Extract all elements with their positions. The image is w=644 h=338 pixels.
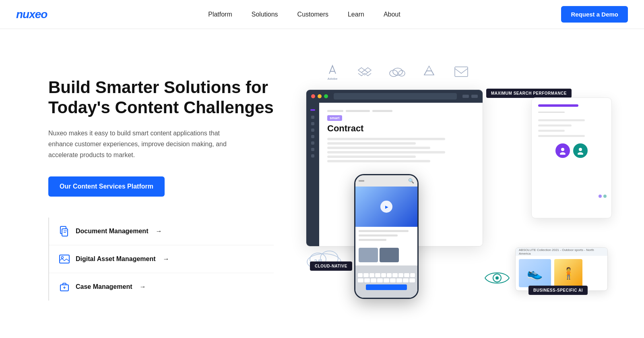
nav-about[interactable]: About <box>384 11 400 18</box>
phone-line-2 <box>359 234 398 236</box>
request-demo-button[interactable]: Request a Demo <box>561 6 628 23</box>
arrow-icon-3: → <box>140 283 146 290</box>
arrow-icon-2: → <box>163 255 169 263</box>
phone-image-area <box>355 187 417 227</box>
digital-asset-management-label: Digital Asset Management <box>76 255 156 263</box>
case-icon <box>59 281 70 292</box>
phone-thumb-1 <box>359 248 378 262</box>
adobe-icon: Adobe <box>322 61 343 82</box>
content-line-4 <box>327 151 445 153</box>
browser-sidebar <box>306 103 319 246</box>
hero-title: Build Smarter Solutions for Today's Cont… <box>48 77 274 118</box>
phone-mockup: 🔍 <box>354 174 419 299</box>
panel-avatars <box>538 143 605 158</box>
content-line-1 <box>327 138 445 140</box>
eye-icon <box>483 269 511 287</box>
nav-links: Platform Solutions Customers Learn About <box>208 11 400 18</box>
svg-point-16 <box>578 152 583 155</box>
minimize-button-dot <box>318 94 322 98</box>
nav-learn[interactable]: Learn <box>348 11 364 18</box>
smart-label: smart <box>327 115 342 121</box>
panel-line-1 <box>538 119 585 121</box>
document-management-label: Document Management <box>76 228 148 235</box>
hero-links: Document Management → Digital Asset Mana… <box>48 218 274 301</box>
right-panel-mockup <box>531 97 612 218</box>
hero-subtitle: Nuxeo makes it easy to build smart conte… <box>48 128 233 161</box>
content-lines <box>327 138 475 162</box>
logo-text: nuxeo <box>16 8 47 21</box>
phone-thumbnail-row <box>359 248 414 262</box>
document-icon <box>59 226 70 237</box>
svg-point-13 <box>561 148 564 151</box>
content-line-6 <box>327 160 430 162</box>
hero-cta-button[interactable]: Our Content Services Platform <box>48 176 165 197</box>
search-performance-badge: MAXIMUM SEARCH PERFORMANCE <box>486 89 572 98</box>
maximize-button-dot <box>324 94 328 98</box>
browser-titlebar <box>306 90 483 103</box>
navbar: nuxeo Platform Solutions Customers Learn… <box>0 0 644 29</box>
logo[interactable]: nuxeo <box>16 8 47 21</box>
panel-line-3 <box>538 130 565 132</box>
content-line-2 <box>327 142 416 145</box>
document-management-link[interactable]: Document Management → <box>49 218 274 245</box>
cloud-native-badge: CLOUD-NATIVE <box>310 261 352 271</box>
content-line-3 <box>327 147 430 149</box>
gmail-icon <box>451 61 472 82</box>
phone-screen: 🔍 <box>355 175 417 298</box>
avatar-teal <box>573 143 588 158</box>
arrow-icon-1: → <box>155 228 162 235</box>
product-shoe-image: 👟 <box>519 259 551 287</box>
svg-point-23 <box>495 276 499 280</box>
svg-point-5 <box>62 257 64 259</box>
panel-line-4 <box>538 135 585 137</box>
hero-illustration: Adobe <box>298 57 612 307</box>
case-management-link[interactable]: Case Management → <box>49 273 274 301</box>
digital-asset-management-link[interactable]: Digital Asset Management → <box>49 245 274 273</box>
content-line-5 <box>327 156 416 158</box>
svg-point-15 <box>579 148 582 151</box>
close-button-dot <box>311 94 315 98</box>
product-card-label: ABSOLUTE Collection 2021 - Outdoor sport… <box>519 248 604 255</box>
phone-keyboard <box>355 265 417 298</box>
nav-solutions[interactable]: Solutions <box>252 11 278 18</box>
salesforce-icon <box>386 61 407 82</box>
ai-badge: BUSINESS-SPECIFIC AI <box>528 286 588 295</box>
phone-header: 🔍 <box>355 175 417 187</box>
nav-customers[interactable]: Customers <box>297 11 328 18</box>
svg-rect-12 <box>455 67 468 77</box>
image-icon <box>59 253 70 265</box>
phone-line-1 <box>359 230 409 232</box>
google-drive-icon <box>419 61 440 82</box>
product-card-mockup: ABSOLUTE Collection 2021 - Outdoor sport… <box>515 247 608 291</box>
nav-platform[interactable]: Platform <box>208 11 232 18</box>
case-management-label: Case Management <box>76 283 132 290</box>
avatar-purple <box>555 143 570 158</box>
phone-play-button[interactable] <box>380 201 392 213</box>
panel-line-2 <box>538 124 572 126</box>
phone-line-3 <box>359 239 386 241</box>
phone-content-area <box>355 227 417 265</box>
url-bar <box>334 93 457 100</box>
contract-title: Contract <box>327 123 475 134</box>
phone-search-icon: 🔍 <box>408 178 414 184</box>
dropbox-icon <box>354 61 375 82</box>
hero-section: Build Smarter Solutions for Today's Cont… <box>0 29 644 335</box>
svg-rect-4 <box>60 255 69 263</box>
product-person-image: 🧍 <box>554 259 582 287</box>
eye-icon-container <box>483 269 511 289</box>
hero-left: Build Smarter Solutions for Today's Cont… <box>48 61 274 301</box>
panel-bar <box>538 104 578 107</box>
product-card-header: ABSOLUTE Collection 2021 - Outdoor sport… <box>516 248 607 256</box>
svg-point-14 <box>560 152 566 155</box>
phone-thumb-2 <box>380 248 399 262</box>
integration-icons: Adobe <box>322 61 472 82</box>
